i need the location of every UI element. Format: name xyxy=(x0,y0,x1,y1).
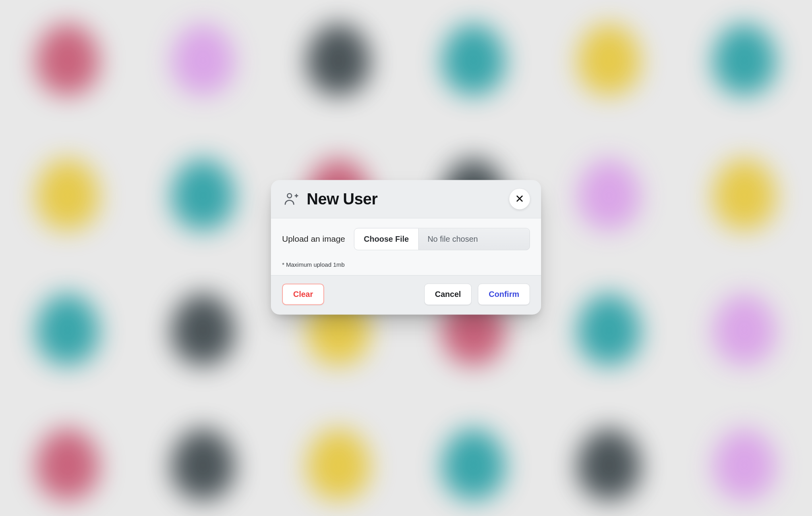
avatar-blob xyxy=(577,24,641,95)
upload-row: Upload an image Choose File No file chos… xyxy=(282,228,530,250)
modal-title: New User xyxy=(307,190,502,208)
file-chosen-status: No file chosen xyxy=(419,228,530,250)
cancel-button[interactable]: Cancel xyxy=(424,283,472,305)
avatar-blob xyxy=(713,159,776,230)
upload-label: Upload an image xyxy=(282,234,345,244)
avatar-blob xyxy=(577,159,641,230)
avatar-blob xyxy=(307,24,370,95)
file-input[interactable]: Choose File No file chosen xyxy=(354,228,530,250)
close-button[interactable] xyxy=(509,189,530,209)
avatar-blob xyxy=(442,24,505,95)
clear-button[interactable]: Clear xyxy=(282,283,324,305)
user-plus-icon xyxy=(282,190,300,208)
new-user-modal: New User Upload an image Choose File No … xyxy=(271,180,541,314)
avatar-blob xyxy=(577,294,641,365)
avatar-blob xyxy=(36,294,99,365)
avatar-blob xyxy=(713,294,776,365)
avatar-blob xyxy=(713,24,776,95)
avatar-blob xyxy=(307,429,370,500)
modal-header: New User xyxy=(271,180,541,218)
confirm-button[interactable]: Confirm xyxy=(478,283,530,305)
modal-body: Upload an image Choose File No file chos… xyxy=(271,218,541,275)
avatar-blob xyxy=(171,159,235,230)
avatar-blob xyxy=(171,294,235,365)
avatar-blob xyxy=(442,429,505,500)
avatar-blob xyxy=(36,429,99,500)
avatar-blob xyxy=(36,24,99,95)
avatar-blob xyxy=(713,429,776,500)
modal-footer: Clear Cancel Confirm xyxy=(271,275,541,314)
avatar-blob xyxy=(171,429,235,500)
svg-point-0 xyxy=(287,194,292,198)
upload-helper-text: * Maximum upload 1mb xyxy=(282,261,530,268)
avatar-blob xyxy=(36,159,99,230)
avatar-blob xyxy=(577,429,641,500)
choose-file-button[interactable]: Choose File xyxy=(354,228,419,250)
avatar-blob xyxy=(171,24,235,95)
close-icon xyxy=(515,194,524,204)
